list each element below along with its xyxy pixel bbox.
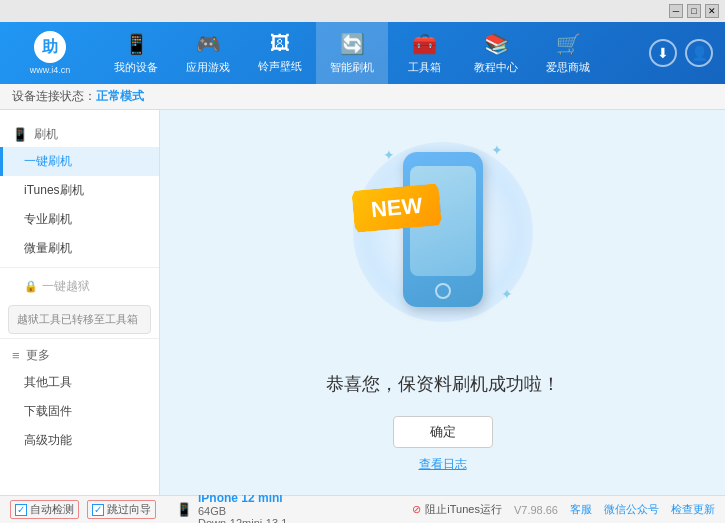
nav-smart-flash-label: 智能刷机 bbox=[330, 60, 374, 75]
wallpaper-icon: 🖼 bbox=[270, 32, 290, 55]
nav-toolbox[interactable]: 🧰 工具箱 bbox=[388, 22, 460, 84]
other-tools-label: 其他工具 bbox=[24, 375, 72, 389]
jailbreak-label: 一键越狱 bbox=[42, 278, 90, 295]
wechat-official-link[interactable]: 微信公众号 bbox=[604, 502, 659, 517]
flash-section-icon: 📱 bbox=[12, 127, 28, 142]
logo-area: 助 www.i4.cn bbox=[0, 22, 100, 84]
skip-wizard-checkbox[interactable]: ✓ 跳过向导 bbox=[87, 500, 156, 519]
bottom-bar: ✓ 自动检测 ✓ 跳过向导 📱 iPhone 12 mini 64GB Down… bbox=[0, 495, 725, 523]
download-firmware-label: 下载固件 bbox=[24, 404, 72, 418]
device-phone-icon: 📱 bbox=[176, 502, 192, 517]
pro-flash-label: 专业刷机 bbox=[24, 212, 72, 226]
divider-1 bbox=[0, 267, 159, 268]
phone-body bbox=[403, 152, 483, 307]
logo-icon: 助 bbox=[34, 31, 66, 63]
confirm-btn-label: 确定 bbox=[430, 423, 456, 441]
new-badge-text: NEW bbox=[369, 193, 422, 222]
itunes-flash-label: iTunes刷机 bbox=[24, 183, 84, 197]
sparkle-3: ✦ bbox=[501, 286, 513, 302]
smart-flash-icon: 🔄 bbox=[340, 32, 365, 56]
more-section-label: 更多 bbox=[26, 347, 50, 364]
nav-shop-label: 爱思商城 bbox=[546, 60, 590, 75]
bottom-left: ✓ 自动检测 ✓ 跳过向导 📱 iPhone 12 mini 64GB Down… bbox=[10, 491, 287, 524]
download-button[interactable]: ⬇ bbox=[649, 39, 677, 67]
jailbreak-notice: 越狱工具已转移至工具箱 bbox=[8, 305, 151, 334]
nav-wallpaper[interactable]: 🖼 铃声壁纸 bbox=[244, 22, 316, 84]
apps-icon: 🎮 bbox=[196, 32, 221, 56]
new-badge: ✦ NEW ✦ bbox=[351, 183, 442, 232]
skip-wizard-label: 跳过向导 bbox=[107, 502, 151, 517]
sparkle-1: ✦ bbox=[383, 147, 395, 163]
shop-icon: 🛒 bbox=[556, 32, 581, 56]
go-back-label: 查看日志 bbox=[419, 457, 467, 471]
jailbreak-notice-text: 越狱工具已转移至工具箱 bbox=[17, 313, 138, 325]
sidebar-item-pro-flash[interactable]: 专业刷机 bbox=[0, 205, 159, 234]
customer-service-link[interactable]: 客服 bbox=[570, 502, 592, 517]
advanced-label: 高级功能 bbox=[24, 433, 72, 447]
sidebar-item-micro-flash[interactable]: 微量刷机 bbox=[0, 234, 159, 263]
my-device-icon: 📱 bbox=[124, 32, 149, 56]
auto-detect-check-icon: ✓ bbox=[15, 504, 27, 516]
nav-my-device-label: 我的设备 bbox=[114, 60, 158, 75]
sidebar-section-more: ≡ 更多 bbox=[0, 343, 159, 368]
sidebar: 📱 刷机 一键刷机 iTunes刷机 专业刷机 微量刷机 🔒 一键越狱 越狱工具… bbox=[0, 110, 160, 495]
nav-my-device[interactable]: 📱 我的设备 bbox=[100, 22, 172, 84]
auto-detect-checkbox[interactable]: ✓ 自动检测 bbox=[10, 500, 79, 519]
check-update-link[interactable]: 检查更新 bbox=[671, 502, 715, 517]
nav-tutorials[interactable]: 📚 教程中心 bbox=[460, 22, 532, 84]
maximize-button[interactable]: □ bbox=[687, 4, 701, 18]
sidebar-item-itunes-flash[interactable]: iTunes刷机 bbox=[0, 176, 159, 205]
success-text: 恭喜您，保资料刷机成功啦！ bbox=[326, 372, 560, 396]
sidebar-item-other-tools[interactable]: 其他工具 bbox=[0, 368, 159, 397]
nav-shop[interactable]: 🛒 爱思商城 bbox=[532, 22, 604, 84]
tutorials-icon: 📚 bbox=[484, 32, 509, 56]
sidebar-item-jailbreak-disabled: 🔒 一键越狱 bbox=[0, 272, 159, 301]
skip-wizard-check-icon: ✓ bbox=[92, 504, 104, 516]
device-info: 📱 iPhone 12 mini 64GB Down-12mini-13.1 bbox=[176, 491, 287, 524]
device-model: Down-12mini-13.1 bbox=[198, 517, 287, 524]
star-left: ✦ bbox=[341, 251, 350, 263]
content-area: ✦ ✦ ✦ ✦ NEW ✦ 恭喜您，保资料刷机成功啦！ 确定 查看日志 bbox=[160, 110, 725, 495]
nav-apps[interactable]: 🎮 应用游戏 bbox=[172, 22, 244, 84]
nav-toolbox-label: 工具箱 bbox=[408, 60, 441, 75]
sidebar-item-one-click-flash[interactable]: 一键刷机 bbox=[0, 147, 159, 176]
nav-tutorials-label: 教程中心 bbox=[474, 60, 518, 75]
status-bar: 设备连接状态： 正常模式 bbox=[0, 84, 725, 110]
logo-tagline: www.i4.cn bbox=[30, 65, 71, 75]
account-button[interactable]: 👤 bbox=[685, 39, 713, 67]
flash-section-label: 刷机 bbox=[34, 126, 58, 143]
itunes-status-label: 阻止iTunes运行 bbox=[425, 502, 502, 517]
status-value: 正常模式 bbox=[96, 88, 144, 105]
version-text: V7.98.66 bbox=[514, 504, 558, 516]
sidebar-section-flash: 📱 刷机 bbox=[0, 122, 159, 147]
close-button[interactable]: ✕ bbox=[705, 4, 719, 18]
bottom-right: ⊘ 阻止iTunes运行 V7.98.66 客服 微信公众号 检查更新 bbox=[412, 502, 715, 517]
more-section-icon: ≡ bbox=[12, 348, 20, 363]
title-bar: ─ □ ✕ bbox=[0, 0, 725, 22]
nav-items: 📱 我的设备 🎮 应用游戏 🖼 铃声壁纸 🔄 智能刷机 🧰 工具箱 📚 教程中心… bbox=[100, 22, 649, 84]
itunes-status: ⊘ 阻止iTunes运行 bbox=[412, 502, 502, 517]
one-click-flash-label: 一键刷机 bbox=[24, 154, 72, 168]
sparkle-2: ✦ bbox=[491, 142, 503, 158]
minimize-button[interactable]: ─ bbox=[669, 4, 683, 18]
main-layout: 📱 刷机 一键刷机 iTunes刷机 专业刷机 微量刷机 🔒 一键越狱 越狱工具… bbox=[0, 110, 725, 495]
micro-flash-label: 微量刷机 bbox=[24, 241, 72, 255]
sidebar-item-download-firmware[interactable]: 下载固件 bbox=[0, 397, 159, 426]
auto-detect-label: 自动检测 bbox=[30, 502, 74, 517]
nav-wallpaper-label: 铃声壁纸 bbox=[258, 59, 302, 74]
phone-illustration: ✦ ✦ ✦ ✦ NEW ✦ bbox=[363, 132, 523, 352]
nav-apps-label: 应用游戏 bbox=[186, 60, 230, 75]
divider-2 bbox=[0, 338, 159, 339]
phone-home-btn bbox=[435, 283, 451, 299]
nav-smart-flash[interactable]: 🔄 智能刷机 bbox=[316, 22, 388, 84]
lock-icon: 🔒 bbox=[24, 280, 38, 293]
toolbox-icon: 🧰 bbox=[412, 32, 437, 56]
header: 助 www.i4.cn 📱 我的设备 🎮 应用游戏 🖼 铃声壁纸 🔄 智能刷机 … bbox=[0, 22, 725, 84]
nav-right: ⬇ 👤 bbox=[649, 39, 725, 67]
status-label: 设备连接状态： bbox=[12, 88, 96, 105]
confirm-button[interactable]: 确定 bbox=[393, 416, 493, 448]
itunes-stop-icon: ⊘ bbox=[412, 503, 421, 516]
device-storage: 64GB bbox=[198, 505, 287, 517]
go-back-link[interactable]: 查看日志 bbox=[419, 456, 467, 473]
sidebar-item-advanced[interactable]: 高级功能 bbox=[0, 426, 159, 455]
